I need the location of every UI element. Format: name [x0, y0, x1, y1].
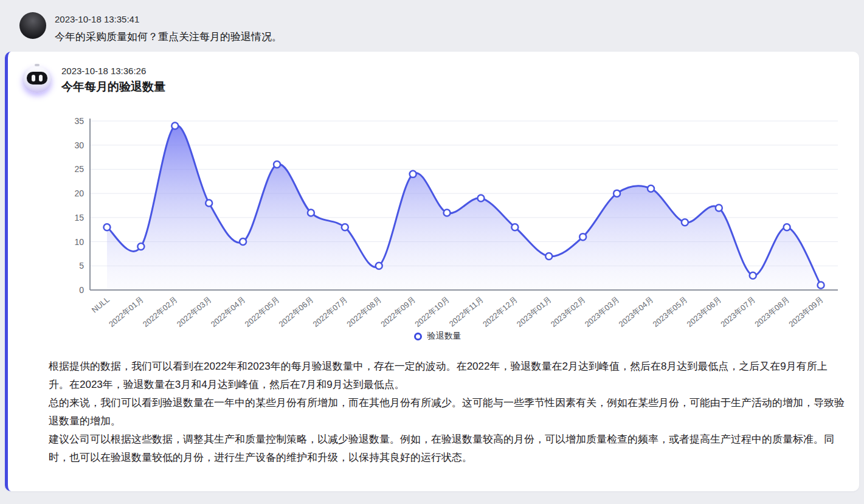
robot-face-icon	[27, 72, 47, 85]
bot-timestamp: 2023-10-18 13:36:26	[61, 64, 165, 76]
data-point-marker[interactable]	[545, 253, 552, 260]
data-point-marker[interactable]	[308, 209, 314, 216]
y-axis-tick-label: 20	[74, 188, 84, 198]
data-point-marker[interactable]	[579, 233, 586, 240]
x-axis-tick-label: 2023年09月	[787, 295, 825, 328]
data-point-marker[interactable]	[171, 122, 178, 129]
data-point-marker[interactable]	[818, 282, 824, 289]
y-axis-tick-label: 15	[74, 213, 84, 223]
chart-legend[interactable]: 验退数量	[29, 331, 846, 342]
data-point-marker[interactable]	[750, 272, 756, 279]
bot-avatar-notch	[35, 64, 40, 66]
x-axis-tick-label: 2022年12月	[481, 295, 519, 328]
x-axis-tick-label: 2022年11月	[448, 295, 485, 328]
bot-message-header: 2023-10-18 13:36:26 今年每月的验退数量	[22, 64, 845, 95]
series-area-fill	[107, 125, 821, 290]
data-point-marker[interactable]	[477, 195, 484, 202]
user-avatar	[19, 12, 46, 39]
x-axis-tick-label: 2023年06月	[685, 295, 723, 328]
data-point-marker[interactable]	[410, 171, 416, 178]
x-axis-tick-label: 2022年04月	[209, 295, 247, 328]
x-axis-tick-label: 2023年02月	[549, 295, 587, 328]
y-axis-tick-label: 10	[74, 237, 84, 247]
x-axis-tick-label: 2022年09月	[379, 295, 417, 328]
x-axis-tick-label: 2023年03月	[583, 295, 621, 328]
x-axis-tick-label: 2022年08月	[345, 295, 383, 328]
data-point-marker[interactable]	[376, 263, 382, 269]
x-axis-tick-label: 2023年07月	[719, 295, 757, 328]
x-axis-tick-label: 2022年01月	[107, 295, 145, 328]
data-point-marker[interactable]	[716, 204, 722, 211]
analysis-paragraph: 建议公司可以根据这些数据，调整其生产和质量控制策略，以减少验退数量。例如，在验退…	[49, 430, 846, 467]
data-point-marker[interactable]	[137, 243, 144, 250]
bot-reply-card: 2023-10-18 13:36:26 今年每月的验退数量 0510152025…	[5, 52, 859, 491]
data-point-marker[interactable]	[342, 224, 348, 230]
analysis-paragraph: 根据提供的数据，我们可以看到在2022年和2023年的每月验退数量中，存在一定的…	[49, 357, 846, 394]
x-axis-tick-label: NULL	[90, 295, 111, 315]
y-axis-tick-label: 30	[74, 140, 84, 150]
data-point-marker[interactable]	[648, 185, 654, 192]
x-axis-tick-label: 2022年05月	[243, 295, 282, 328]
data-point-marker[interactable]	[613, 190, 620, 197]
data-point-marker[interactable]	[784, 224, 790, 230]
analysis-text: 根据提供的数据，我们可以看到在2022年和2023年的每月验退数量中，存在一定的…	[49, 357, 846, 467]
data-point-marker[interactable]	[240, 238, 246, 245]
data-point-marker[interactable]	[206, 200, 212, 207]
user-message: 2023-10-18 13:35:41 今年的采购质量如何？重点关注每月的验退情…	[0, 0, 864, 44]
line-chart[interactable]: 05101520253035NULL2022年01月2022年02月2022年0…	[29, 114, 846, 328]
data-point-marker[interactable]	[103, 224, 110, 230]
user-message-body: 2023-10-18 13:35:41 今年的采购质量如何？重点关注每月的验退情…	[55, 12, 282, 44]
bot-avatar	[22, 66, 52, 93]
data-point-marker[interactable]	[511, 224, 518, 230]
x-axis-tick-label: 2022年02月	[141, 295, 179, 328]
x-axis-tick-label: 2023年01月	[515, 295, 553, 328]
x-axis-tick-label: 2023年05月	[651, 295, 689, 328]
x-axis-tick-label: 2022年06月	[277, 295, 316, 328]
legend-marker-icon	[414, 333, 422, 340]
chart-title: 今年每月的验退数量	[61, 79, 165, 95]
chart-area: 05101520253035NULL2022年01月2022年02月2022年0…	[29, 114, 846, 342]
user-timestamp: 2023-10-18 13:35:41	[55, 12, 282, 24]
x-axis-tick-label: 2022年10月	[413, 295, 451, 328]
x-axis-tick-label: 2022年07月	[311, 295, 349, 328]
data-point-marker[interactable]	[444, 209, 451, 216]
x-axis-tick-label: 2022年03月	[175, 295, 213, 328]
user-message-text: 今年的采购质量如何？重点关注每月的验退情况。	[55, 30, 282, 44]
y-axis-tick-label: 5	[79, 261, 84, 271]
y-axis-tick-label: 35	[74, 116, 84, 126]
y-axis-tick-label: 25	[74, 164, 84, 174]
data-point-marker[interactable]	[274, 161, 280, 168]
y-axis-tick-label: 0	[79, 285, 84, 295]
x-axis-tick-label: 2023年04月	[617, 295, 655, 328]
x-axis-tick-label: 2023年08月	[753, 295, 791, 328]
analysis-paragraph: 总的来说，我们可以看到验退数量在一年中的某些月份有所增加，而在其他月份有所减少。…	[49, 394, 846, 430]
legend-label: 验退数量	[427, 331, 461, 342]
bot-header-text: 2023-10-18 13:36:26 今年每月的验退数量	[61, 64, 165, 95]
data-point-marker[interactable]	[682, 219, 688, 226]
